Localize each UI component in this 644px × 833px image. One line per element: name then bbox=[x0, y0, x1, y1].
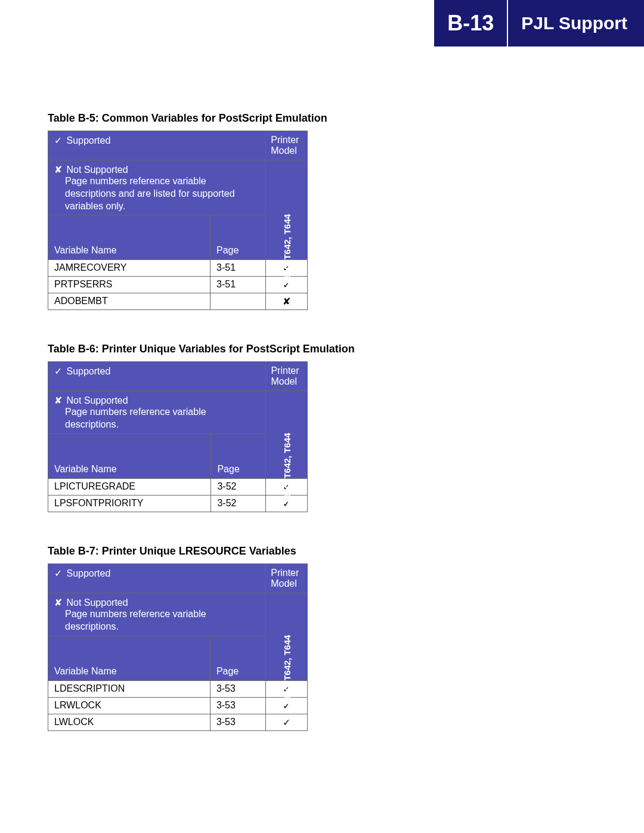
cross-icon: ✘ bbox=[54, 395, 64, 406]
legend-not-supported: ✘ Not SupportedPage numbers reference va… bbox=[48, 593, 266, 636]
variables-table: ✓ SupportedPrinter Model✘ Not SupportedP… bbox=[48, 131, 308, 310]
page-cell: 3-52 bbox=[211, 495, 266, 512]
legend-supported-text: Supported bbox=[66, 366, 110, 376]
variable-name-cell: LWLOCK bbox=[48, 714, 210, 730]
variable-name-cell: ADOBEMBT bbox=[48, 293, 210, 310]
table-row: JAMRECOVERY3-51✓ bbox=[48, 260, 308, 277]
variable-name-cell: PRTPSERRS bbox=[48, 277, 210, 293]
check-icon: ✓ bbox=[54, 568, 64, 579]
table-row: LPICTUREGRADE3-52✓ bbox=[48, 478, 308, 495]
column-header-page: Page bbox=[210, 636, 265, 680]
table-caption: Table B-6: Printer Unique Variables for … bbox=[48, 343, 596, 355]
page-cell: 3-52 bbox=[211, 478, 266, 495]
page-content: Table B-5: Common Variables for PostScri… bbox=[0, 47, 644, 788]
table-row: LWLOCK3-53✓ bbox=[48, 714, 308, 730]
variable-name-cell: JAMRECOVERY bbox=[48, 260, 210, 277]
page-number: B-13 bbox=[434, 0, 508, 47]
printer-model-label: T640, T642, T644 bbox=[281, 433, 292, 504]
legend-supported: ✓ Supported bbox=[48, 362, 266, 391]
check-icon: ✓ bbox=[54, 366, 64, 377]
printer-model-label: T640, T642, T644 bbox=[281, 214, 292, 285]
table-caption: Table B-5: Common Variables for PostScri… bbox=[48, 112, 596, 125]
variable-name-cell: LDESCRIPTION bbox=[48, 680, 210, 697]
legend-not-supported: ✘ Not SupportedPage numbers reference va… bbox=[48, 160, 266, 215]
table-row: LPSFONTPRIORITY3-52✓ bbox=[48, 495, 308, 512]
legend-notsupported-text: Not Supported bbox=[66, 165, 128, 175]
page-cell bbox=[210, 293, 266, 310]
check-icon: ✓ bbox=[54, 135, 64, 146]
printer-model-label: T640, T642, T644 bbox=[281, 634, 292, 705]
column-header-page: Page bbox=[211, 433, 266, 478]
page-header: B-13 PJL Support bbox=[0, 0, 644, 47]
table-row: LRWLOCK3-53✓ bbox=[48, 697, 308, 714]
table-caption: Table B-7: Printer Unique LRESOURCE Vari… bbox=[48, 545, 596, 558]
legend-notsupported-text: Not Supported bbox=[66, 597, 128, 608]
legend-supported-text: Supported bbox=[66, 568, 110, 578]
column-header-variable-name: Variable Name bbox=[48, 215, 210, 260]
page-cell: 3-53 bbox=[210, 714, 265, 730]
support-cell: ✓ bbox=[266, 714, 308, 730]
printer-model-column: T640, T642, T644 bbox=[266, 391, 308, 479]
printer-model-column: T640, T642, T644 bbox=[266, 593, 308, 680]
table-row: PRTPSERRS3-51✓ bbox=[48, 277, 308, 293]
column-header-variable-name: Variable Name bbox=[48, 433, 211, 478]
printer-model-header: Printer Model bbox=[266, 362, 308, 391]
printer-model-header: Printer Model bbox=[266, 131, 308, 160]
variable-name-cell: LPICTUREGRADE bbox=[48, 478, 211, 495]
variable-name-cell: LPSFONTPRIORITY bbox=[48, 495, 211, 512]
page-cell: 3-53 bbox=[210, 697, 265, 714]
legend-supported: ✓ Supported bbox=[48, 131, 266, 160]
legend-supported: ✓ Supported bbox=[48, 563, 266, 593]
cross-icon: ✘ bbox=[54, 597, 64, 608]
table-row: ADOBEMBT✘ bbox=[48, 293, 308, 310]
column-header-variable-name: Variable Name bbox=[48, 636, 210, 680]
variables-table: ✓ SupportedPrinter Model✘ Not SupportedP… bbox=[48, 361, 308, 512]
legend-not-supported: ✘ Not SupportedPage numbers reference va… bbox=[48, 391, 266, 434]
legend-note: Page numbers reference variable descript… bbox=[54, 608, 259, 633]
variable-name-cell: LRWLOCK bbox=[48, 697, 210, 714]
column-header-page: Page bbox=[210, 215, 266, 260]
page-cell: 3-51 bbox=[210, 277, 266, 293]
page-cell: 3-53 bbox=[210, 680, 265, 697]
legend-note: Page numbers reference variable descript… bbox=[54, 175, 259, 212]
table-row: LDESCRIPTION3-53✓ bbox=[48, 680, 308, 697]
variables-table: ✓ SupportedPrinter Model✘ Not SupportedP… bbox=[48, 563, 308, 731]
page-title: PJL Support bbox=[508, 0, 644, 47]
legend-supported-text: Supported bbox=[66, 135, 110, 145]
legend-note: Page numbers reference variable descript… bbox=[54, 406, 259, 431]
printer-model-header: Printer Model bbox=[266, 563, 308, 593]
page-cell: 3-51 bbox=[210, 260, 266, 277]
support-cell: ✘ bbox=[266, 293, 308, 310]
printer-model-column: T640, T642, T644 bbox=[266, 160, 308, 260]
legend-notsupported-text: Not Supported bbox=[66, 395, 128, 405]
cross-icon: ✘ bbox=[54, 164, 64, 175]
